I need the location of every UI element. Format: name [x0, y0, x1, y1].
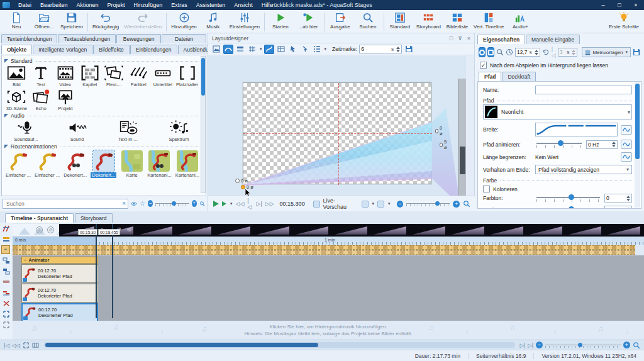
tab-bildeffekte[interactable]: Bildeffekte [93, 45, 130, 54]
object-item-sound[interactable]: Sound [57, 119, 97, 142]
point-list-button[interactable] [312, 45, 322, 54]
background-music-track[interactable]: ♫ ♪ ♫ ♪ ♫ ♫ ♪ ♫ ♪ ♫ ♪ Klicken Sie hier, … [13, 321, 644, 340]
timeline-zoom-slider[interactable] [545, 342, 621, 348]
save-button[interactable]: Speichern [58, 11, 86, 30]
background-tool-button[interactable] [211, 45, 221, 54]
route-item-dekorierter-pfad-2-selected[interactable]: Dekoriert... [91, 150, 116, 178]
object-item-platzhalter[interactable]: Platzhalter [175, 65, 199, 87]
grid-tool-button[interactable] [247, 45, 257, 54]
zoom-selection-icon[interactable]: ◁◁ [12, 342, 20, 348]
timemark-spinbox[interactable]: 6 s [359, 45, 402, 53]
menu-ansicht[interactable]: Ansicht [230, 0, 257, 10]
name-input[interactable] [535, 86, 632, 94]
tab-objekte[interactable]: Objekte [1, 45, 32, 54]
add-button[interactable]: Hinzufügen [169, 11, 199, 30]
route-item-kartenanimation-1[interactable]: Kartenani... [147, 150, 171, 178]
section-routenanimationen[interactable]: Routenanimationen [4, 143, 199, 150]
standard-view-button[interactable]: Standard [386, 11, 414, 30]
track-tool-icon-6[interactable] [3, 279, 10, 286]
quality-caret[interactable]: ▾ [372, 201, 375, 206]
section-pfad[interactable]: Pfad [483, 97, 632, 104]
object-list-scrollbar[interactable] [201, 56, 206, 193]
menu-aktionen[interactable]: Aktionen [72, 0, 103, 10]
route-item-einfacher-pfad-1[interactable]: Einfacher ... [6, 150, 31, 178]
animate-frequency-spinbox[interactable]: 0 Hz [586, 140, 618, 149]
duration-spinbox[interactable]: 12,7 s [515, 48, 540, 57]
next-frame-icon[interactable]: ▷| [256, 201, 262, 207]
saturation-spinbox[interactable]: 0 [604, 206, 632, 209]
animate-curve-button[interactable] [621, 140, 632, 149]
menu-bearbeiten[interactable]: Bearbeiten [36, 0, 72, 10]
tab-einblendungen[interactable]: Einblendungen [130, 45, 177, 54]
play-from-timemark-button[interactable] [222, 201, 226, 206]
object-item-flexi[interactable]: Flexi-... [102, 65, 126, 87]
timeline-zoom-out-button[interactable]: − [536, 342, 543, 348]
menu-assistenten[interactable]: Assistenten [192, 0, 230, 10]
track-tool-icon-5[interactable] [3, 268, 10, 275]
route-item-kartenanimation-2[interactable]: Kartenani... [175, 150, 199, 178]
subtab-pfad[interactable]: Pfad [479, 72, 501, 81]
select-points-button[interactable] [288, 45, 298, 54]
object-item-partikel[interactable]: Partikel [126, 65, 151, 87]
timeline-ruler[interactable]: 0 min 1 min [13, 236, 644, 245]
object-item-projekt[interactable]: Projekt [53, 89, 78, 111]
reset-duration-button[interactable] [542, 47, 550, 57]
undo-button[interactable]: Rückgängig [90, 11, 121, 30]
object-item-spektrum[interactable]: Spektrum [158, 119, 199, 142]
section-standard[interactable]: Standard [4, 58, 199, 64]
smooth-path-tool-button[interactable] [223, 45, 233, 54]
track-tool-icon-8[interactable] [3, 300, 10, 307]
music-button[interactable]: Musik [199, 11, 227, 30]
preview-monitor-button[interactable] [377, 201, 384, 208]
canvas-zoom-out-button[interactable]: − [397, 201, 404, 208]
slide-canvas[interactable]: 0 ø 5 ø 0 ø 0 ø [243, 82, 431, 184]
animator-group[interactable]: − Animator 00:12.70Dekorierter Pfad 00:1… [21, 257, 98, 322]
track-tool-icon-4[interactable] [3, 257, 10, 264]
track-tool-icon-7[interactable] [3, 289, 10, 296]
route-item-dekorierter-pfad-1[interactable]: Dekoriert... [64, 150, 87, 178]
group-collapse-icon[interactable]: − [24, 257, 26, 263]
end-behavior-dropdown[interactable]: Pfad vollständig anzeigen ▾ [535, 165, 632, 174]
save-view-button[interactable] [404, 45, 414, 54]
object-item-text-in-sprache[interactable]: Text-in-... [108, 119, 148, 142]
open-button[interactable]: Öffnen... [30, 11, 58, 30]
menu-projekt[interactable]: Projekt [103, 0, 130, 10]
loop-marker-icon[interactable]: ◎ [36, 226, 43, 233]
object-item-bild[interactable]: Bild [4, 65, 29, 87]
minimize-icon[interactable]: – [595, 0, 611, 10]
menu-hinzufuegen[interactable]: Hinzufügen [130, 0, 167, 10]
cut-scissors-icon[interactable]: ⊘ [117, 226, 121, 232]
timeline-zoom-in-button[interactable]: + [623, 342, 630, 348]
favorites-star-icon[interactable]: ☆ [140, 200, 145, 207]
timeline-clip-2[interactable]: 00:12.70Dekorierter Pfad [21, 284, 98, 303]
align-tool-button[interactable] [235, 45, 245, 54]
preview-quality-button[interactable] [362, 201, 369, 208]
cut-marker-icon[interactable]: ⊘ [47, 226, 54, 233]
skip-start-icon[interactable]: ◁◁ [236, 201, 245, 207]
close-icon[interactable]: × [628, 0, 644, 10]
playback-toggle-1[interactable] [479, 47, 486, 57]
duration-clock-button[interactable] [506, 47, 513, 57]
timeline-scrollbar[interactable] [44, 342, 515, 348]
preview-play-button[interactable] [213, 201, 219, 207]
tab-textausblendungen[interactable]: Textausblendungen [58, 34, 116, 43]
subtab-deckkraft[interactable]: Deckkraft [502, 72, 536, 81]
maximize-icon[interactable]: □ [611, 0, 628, 10]
hue-slider[interactable] [535, 194, 601, 203]
panel-close-icon[interactable]: × [467, 35, 470, 42]
zoom-object-button[interactable] [496, 47, 504, 57]
play-options-caret[interactable]: ▾ [230, 201, 233, 206]
templates-dropdown-button[interactable]: Meinvorlagen ▾ [582, 47, 631, 57]
chapter-track-bar-1[interactable] [13, 245, 635, 250]
audio-plus-view-button[interactable]: Audio+ [506, 11, 534, 30]
canvas-zoom-slider[interactable] [406, 201, 450, 207]
vertical-timeline-view-button[interactable]: Vert. Timeline [471, 11, 506, 30]
track-tool-icon-9[interactable] [3, 311, 10, 318]
table-mode-button[interactable] [276, 45, 286, 54]
chapter-collapse-handle[interactable]: ≡ [1, 245, 10, 254]
track-tool-icon-1[interactable] [3, 225, 10, 232]
thumbnail-size-slider[interactable] [155, 201, 189, 207]
search-button[interactable]: Suchen [354, 11, 382, 30]
playhead-start[interactable] [96, 224, 97, 318]
tab-storyboard[interactable]: Storyboard [75, 213, 113, 223]
